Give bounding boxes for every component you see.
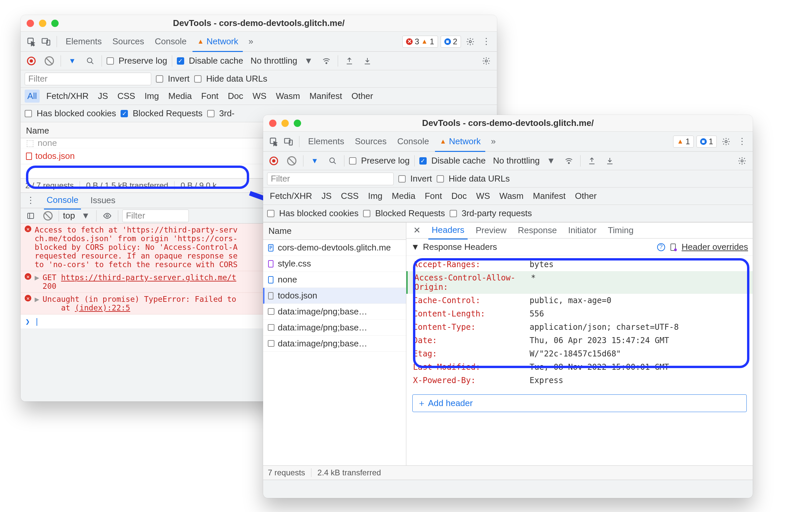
chip-media[interactable]: Media (166, 90, 195, 103)
record-button[interactable] (25, 54, 38, 67)
inspect-icon[interactable] (25, 35, 38, 48)
chip-font[interactable]: Font (199, 90, 221, 103)
device-toggle-icon[interactable] (39, 35, 53, 48)
chip-wasm[interactable]: Wasm (273, 90, 303, 103)
tab-console[interactable]: Console (393, 131, 434, 152)
throttling-chevron-icon[interactable]: ▼ (302, 54, 315, 67)
close-detail-icon[interactable]: ✕ (410, 224, 424, 237)
hide-data-urls-checkbox[interactable] (437, 175, 444, 182)
chip-doc[interactable]: Doc (448, 190, 469, 202)
file-row[interactable]: style.css (263, 256, 406, 272)
chip-fetch-xhr[interactable]: Fetch/XHR (44, 90, 91, 103)
preserve-log-checkbox[interactable] (349, 157, 356, 165)
header-row[interactable]: Content-Length: 556 (413, 307, 746, 320)
issues-counter[interactable]: ■ 1 (696, 136, 717, 148)
filter-funnel-icon[interactable]: ▼ (308, 154, 321, 168)
download-icon[interactable] (361, 54, 374, 67)
tab-sources[interactable]: Sources (108, 31, 149, 52)
header-row[interactable]: Cache-Control: public, max-age=0 (413, 294, 746, 307)
wifi-icon[interactable] (562, 154, 576, 168)
minimize-dot[interactable] (282, 120, 289, 127)
disclosure-triangle-icon[interactable]: ▶ (35, 273, 39, 282)
invert-checkbox[interactable] (156, 75, 163, 83)
close-dot[interactable] (27, 20, 34, 27)
more-tabs-chevron-icon[interactable]: » (487, 135, 500, 148)
more-tabs-chevron-icon[interactable]: » (244, 35, 257, 48)
chip-js[interactable]: JS (319, 190, 334, 202)
throttling-select[interactable]: No throttling (251, 56, 297, 66)
settings-gear-icon[interactable] (480, 54, 493, 67)
chip-wasm[interactable]: Wasm (497, 190, 526, 202)
file-row[interactable]: none (263, 272, 406, 288)
tab-elements[interactable]: Elements (61, 31, 106, 52)
header-row-added[interactable]: Access-Control-Allow-Origin: * (406, 271, 753, 294)
upload-icon[interactable] (585, 154, 599, 168)
tab-console[interactable]: Console (44, 192, 81, 209)
blocked-requests-checkbox[interactable] (363, 210, 370, 217)
chip-other[interactable]: Other (572, 190, 599, 202)
disclosure-triangle-icon[interactable]: ▼ (411, 242, 419, 252)
chip-doc[interactable]: Doc (225, 90, 246, 103)
settings-gear-icon[interactable] (735, 154, 749, 168)
filter-input[interactable]: Filter (25, 73, 151, 85)
close-dot[interactable] (269, 120, 277, 127)
throttling-chevron-icon[interactable]: ▼ (544, 154, 557, 168)
help-icon[interactable]: ? (657, 243, 665, 251)
third-party-checkbox[interactable] (207, 110, 214, 117)
eye-icon[interactable] (100, 209, 114, 223)
blocked-cookies-checkbox[interactable] (267, 210, 274, 217)
search-icon[interactable] (84, 54, 97, 67)
context-select[interactable]: top (63, 210, 75, 221)
sidebar-toggle-icon[interactable] (24, 209, 37, 223)
url-link[interactable]: https://third-party-server.glitch.me/t (61, 273, 236, 282)
source-link[interactable]: (index):22:5 (75, 304, 130, 312)
chip-manifest[interactable]: Manifest (530, 190, 568, 202)
blocked-requests-checkbox[interactable] (121, 110, 128, 117)
tab-issues[interactable]: Issues (88, 192, 118, 209)
disable-cache-checkbox[interactable] (419, 157, 427, 165)
header-row[interactable]: Date: Thu, 06 Apr 2023 15:47:24 GMT (413, 334, 746, 347)
tab-headers[interactable]: Headers (428, 222, 468, 239)
throttling-select[interactable]: No throttling (493, 155, 540, 166)
chip-font[interactable]: Font (422, 190, 445, 202)
header-row[interactable]: Last-Modified: Tue, 08 Nov 2022 15:00:01… (413, 361, 746, 374)
clear-button[interactable] (285, 154, 298, 168)
tab-initiator[interactable]: Initiator (565, 222, 600, 239)
response-headers-section[interactable]: ▼ Response Headers ? Header overrides (406, 238, 753, 256)
chip-img[interactable]: Img (142, 90, 162, 103)
search-icon[interactable] (326, 154, 339, 168)
tab-elements[interactable]: Elements (303, 131, 349, 152)
device-toggle-icon[interactable] (282, 135, 295, 148)
zoom-dot[interactable] (294, 120, 301, 127)
record-button[interactable] (267, 154, 281, 168)
kebab-menu-icon[interactable]: ⋮ (24, 194, 37, 207)
warning-counter[interactable]: ▲ 1 (673, 136, 693, 148)
download-icon[interactable] (603, 154, 616, 168)
disable-cache-checkbox[interactable] (177, 57, 184, 65)
add-header-button[interactable]: ＋ Add header (412, 394, 747, 412)
chip-manifest[interactable]: Manifest (307, 90, 345, 103)
blocked-cookies-checkbox[interactable] (25, 110, 32, 117)
chip-js[interactable]: JS (95, 90, 111, 103)
header-row[interactable]: Accept-Ranges: bytes (413, 258, 746, 271)
chip-all[interactable]: All (25, 90, 40, 103)
chip-ws[interactable]: WS (250, 90, 269, 103)
file-row[interactable]: data:image/png;base… (263, 320, 406, 336)
tab-response[interactable]: Response (515, 222, 560, 239)
header-row[interactable]: X-Powered-By: Express (413, 374, 746, 387)
chip-img[interactable]: Img (366, 190, 385, 202)
kebab-menu-icon[interactable]: ⋮ (480, 35, 493, 48)
error-counter[interactable]: ✕ 3 ▲ 1 (402, 36, 438, 48)
chip-css[interactable]: CSS (338, 190, 361, 202)
chip-css[interactable]: CSS (115, 90, 138, 103)
upload-icon[interactable] (343, 54, 356, 67)
inspect-icon[interactable] (267, 135, 281, 148)
context-chevron-icon[interactable]: ▼ (79, 209, 92, 223)
third-party-checkbox[interactable] (450, 210, 457, 217)
col-name[interactable]: Name (263, 223, 406, 240)
chip-fetch-xhr[interactable]: Fetch/XHR (267, 190, 315, 202)
header-row[interactable]: Content-Type: application/json; charset=… (413, 320, 746, 334)
minimize-dot[interactable] (39, 20, 46, 27)
file-row[interactable]: data:image/png;base… (263, 304, 406, 320)
issues-counter[interactable]: ■ 2 (441, 36, 461, 48)
